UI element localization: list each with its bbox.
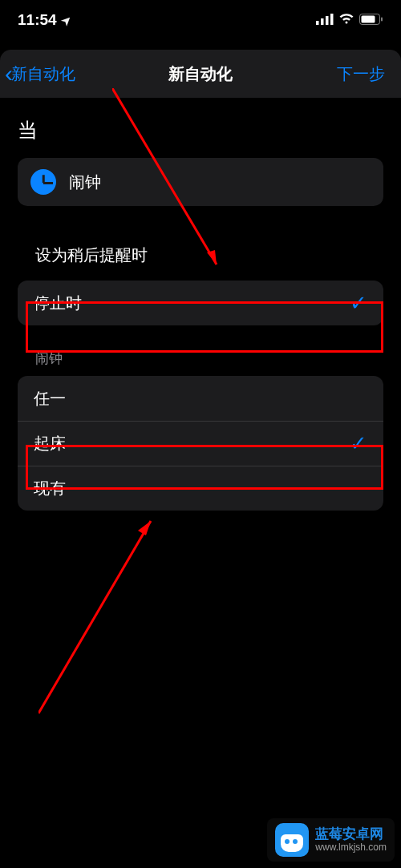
watermark: 蓝莓安卓网 www.lmkjsh.com: [267, 818, 395, 862]
group2-list: 任一 起床 ✓ 现有: [18, 376, 383, 511]
svg-rect-6: [381, 18, 383, 22]
row-label: 停止时: [34, 293, 82, 314]
page-title: 新自动化: [168, 63, 233, 85]
status-time: 11:54: [18, 11, 57, 29]
nav-bar: ‹ 新自动化 新自动化 下一步: [0, 50, 401, 98]
svg-line-9: [38, 521, 151, 713]
signal-icon: [316, 11, 334, 29]
group2-title: 闹钟: [0, 325, 401, 376]
status-bar: 11:54 ➤: [0, 0, 401, 40]
row-label: 起床: [34, 433, 66, 454]
check-icon: ✓: [350, 291, 367, 316]
status-indicators: [316, 11, 383, 29]
back-label: 新自动化: [11, 63, 75, 85]
section-heading-when: 当: [0, 114, 401, 158]
svg-rect-0: [316, 21, 319, 25]
watermark-icon: [275, 823, 309, 857]
group1-list: 停止时 ✓: [18, 281, 383, 325]
content: 当 闹钟 设为稍后提醒时 停止时 ✓ 闹钟 任一 起床 ✓ 现有: [0, 98, 401, 511]
row-existing[interactable]: 现有: [18, 466, 383, 511]
next-button[interactable]: 下一步: [337, 63, 393, 85]
svg-rect-2: [326, 16, 329, 25]
trigger-card[interactable]: 闹钟: [18, 158, 383, 206]
check-icon: ✓: [350, 431, 367, 456]
battery-icon: [359, 11, 383, 29]
watermark-url: www.lmkjsh.com: [315, 842, 387, 854]
watermark-name: 蓝莓安卓网: [315, 826, 387, 842]
svg-rect-3: [330, 14, 334, 25]
group1-title: 设为稍后提醒时: [0, 206, 401, 281]
row-label: 现有: [34, 478, 66, 499]
row-wakeup[interactable]: 起床 ✓: [18, 421, 383, 466]
back-button[interactable]: ‹ 新自动化: [5, 60, 75, 87]
svg-marker-10: [138, 521, 151, 535]
status-time-area: 11:54 ➤: [18, 11, 71, 29]
row-stop[interactable]: 停止时 ✓: [18, 281, 383, 325]
annotation-arrow-2: [38, 513, 167, 721]
svg-rect-1: [321, 18, 324, 25]
svg-rect-5: [362, 16, 375, 23]
trigger-label: 闹钟: [69, 172, 101, 193]
clock-icon: [30, 169, 56, 195]
row-any[interactable]: 任一: [18, 376, 383, 421]
location-icon: ➤: [59, 12, 75, 28]
wifi-icon: [338, 11, 354, 29]
row-label: 任一: [34, 388, 66, 410]
